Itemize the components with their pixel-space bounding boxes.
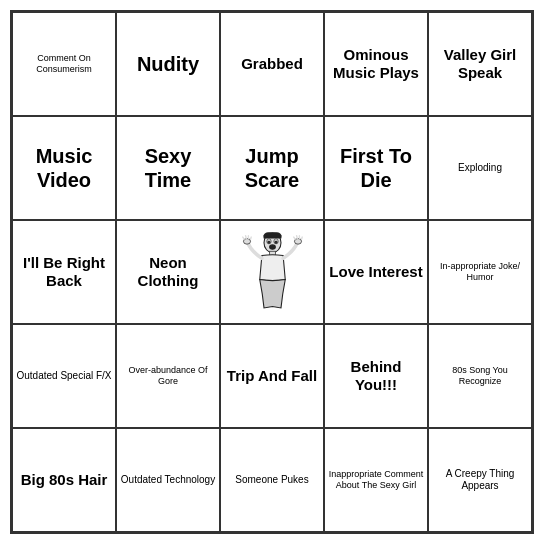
bingo-cell-r2c1[interactable]: Neon Clothing [116,220,220,324]
bingo-cell-r3c2[interactable]: Trip And Fall [220,324,324,428]
cell-text-r4c3: Inappropriate Comment About The Sexy Gir… [328,469,424,491]
bingo-cell-r1c2[interactable]: Jump Scare [220,116,324,220]
svg-point-5 [269,244,275,248]
svg-point-4 [274,240,276,242]
bingo-cell-r2c2[interactable] [220,220,324,324]
cell-text-r2c3: Love Interest [329,263,422,281]
cell-text-r1c0: Music Video [16,144,112,192]
cell-text-r3c2: Trip And Fall [227,367,317,385]
cell-text-r4c1: Outdated Technology [121,474,215,486]
bingo-cell-r4c4[interactable]: A Creepy Thing Appears [428,428,532,532]
cell-text-r0c2: Grabbed [241,55,303,73]
bingo-cell-r3c4[interactable]: 80s Song You Recognize [428,324,532,428]
svg-line-13 [293,237,294,239]
cell-text-r2c4: In-appropriate Joke/ Humor [432,261,528,283]
bingo-cell-r4c3[interactable]: Inappropriate Comment About The Sexy Gir… [324,428,428,532]
cell-text-r4c2: Someone Pukes [235,474,308,486]
bingo-cell-r0c4[interactable]: Valley Girl Speak [428,12,532,116]
bingo-cell-r3c1[interactable]: Over-abundance Of Gore [116,324,220,428]
bingo-cell-r1c1[interactable]: Sexy Time [116,116,220,220]
cell-text-r0c0: Comment On Consumerism [16,53,112,75]
bingo-cell-r4c0[interactable]: Big 80s Hair [12,428,116,532]
cell-text-r3c1: Over-abundance Of Gore [120,365,216,387]
svg-line-16 [301,237,302,239]
bingo-cell-r2c4[interactable]: In-appropriate Joke/ Humor [428,220,532,324]
bingo-cell-r0c1[interactable]: Nudity [116,12,220,116]
svg-line-11 [250,237,251,239]
scream-figure [221,221,323,323]
bingo-cell-r1c0[interactable]: Music Video [12,116,116,220]
bingo-cell-r3c0[interactable]: Outdated Special F/X [12,324,116,428]
bingo-cell-r0c0[interactable]: Comment On Consumerism [12,12,116,116]
cell-text-r2c0: I'll Be Right Back [16,254,112,290]
bingo-cell-r4c1[interactable]: Outdated Technology [116,428,220,532]
bingo-cell-r2c0[interactable]: I'll Be Right Back [12,220,116,324]
bingo-cell-r1c4[interactable]: Exploding [428,116,532,220]
bingo-cell-r2c3[interactable]: Love Interest [324,220,428,324]
cell-text-r1c1: Sexy Time [120,144,216,192]
svg-line-8 [242,237,243,239]
bingo-cell-r4c2[interactable]: Someone Pukes [220,428,324,532]
cell-text-r4c0: Big 80s Hair [21,471,108,489]
cell-text-r1c3: First To Die [328,144,424,192]
cell-text-r3c4: 80s Song You Recognize [432,365,528,387]
bingo-cell-r0c3[interactable]: Ominous Music Plays [324,12,428,116]
cell-text-r0c4: Valley Girl Speak [432,46,528,82]
cell-text-r1c4: Exploding [458,162,502,174]
cell-text-r2c1: Neon Clothing [120,254,216,290]
bingo-cell-r3c3[interactable]: Behind You!!! [324,324,428,428]
cell-text-r0c1: Nudity [137,52,199,76]
svg-line-14 [296,235,297,238]
bingo-cell-r1c3[interactable]: First To Die [324,116,428,220]
cell-text-r1c2: Jump Scare [224,144,320,192]
bingo-cell-r0c2[interactable]: Grabbed [220,12,324,116]
cell-text-r3c0: Outdated Special F/X [16,370,111,382]
svg-line-9 [245,235,246,238]
cell-text-r0c3: Ominous Music Plays [328,46,424,82]
bingo-card: Comment On ConsumerismNudityGrabbedOmino… [10,10,534,534]
cell-text-r4c4: A Creepy Thing Appears [432,468,528,492]
cell-text-r3c3: Behind You!!! [328,358,424,394]
svg-point-3 [267,240,269,242]
